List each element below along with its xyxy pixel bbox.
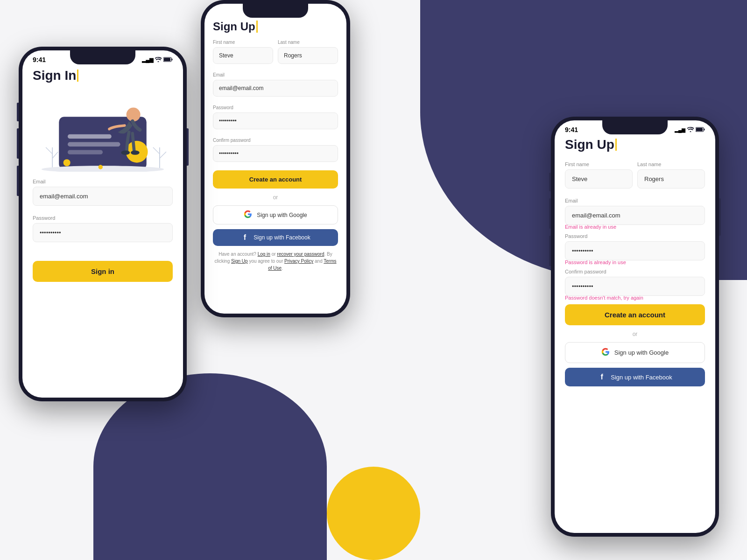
svg-point-17 [131, 150, 140, 154]
svg-rect-21 [704, 128, 705, 130]
confirm-password-input-2[interactable] [213, 145, 338, 162]
google-signup-button-3[interactable]: Sign up with Google [565, 342, 705, 363]
svg-rect-22 [696, 128, 703, 131]
login-link[interactable]: Log in [258, 252, 270, 257]
confirm-password-group-3: Confirm password Password doesn't match,… [565, 269, 705, 301]
password-input-3[interactable] [565, 241, 705, 260]
signal-icon: ▂▄▆ [142, 57, 153, 63]
email-group-2: Email [213, 72, 338, 101]
svg-point-15 [127, 108, 141, 122]
facebook-signup-button-2[interactable]: f Sign up with Facebook [213, 229, 338, 246]
phone-btn-vol-down [17, 166, 19, 196]
phone3-btn-vol-up [549, 198, 551, 229]
password-group: Password [33, 215, 173, 248]
email-input-3[interactable] [565, 206, 705, 225]
recover-link[interactable]: recover your password [277, 252, 324, 257]
phone-signup-middle: Sign Up First name Last name Email [201, 0, 350, 317]
confirm-password-group-2: Confirm password [213, 138, 338, 167]
confirm-password-label-2: Confirm password [213, 138, 338, 143]
privacy-link[interactable]: Privacy Policy [284, 259, 313, 264]
svg-point-18 [63, 159, 70, 166]
confirm-password-input-3[interactable] [565, 277, 705, 296]
last-name-label-3: Last name [637, 161, 705, 167]
status-icons-3: ▂▄▆ [675, 127, 705, 133]
phone-notch [70, 50, 135, 64]
password-input-2[interactable] [213, 112, 338, 129]
svg-rect-5 [68, 142, 120, 147]
last-name-label-2: Last name [278, 40, 338, 45]
confirm-password-label-3: Confirm password [565, 269, 705, 274]
svg-point-16 [121, 150, 130, 154]
facebook-icon-3: f [598, 373, 606, 381]
create-account-button-3[interactable]: Create an account [565, 304, 705, 325]
svg-line-10 [52, 152, 58, 158]
phone-btn-power [187, 128, 189, 166]
svg-rect-2 [164, 58, 170, 61]
facebook-icon-2: f [240, 233, 249, 242]
email-group-3: Email Email is already in use [565, 198, 705, 230]
status-icons: ▂▄▆ [142, 57, 173, 63]
phone-signin: 9:41 ▂▄▆ Sign In [19, 47, 187, 401]
signup-title-3: Sign Up [565, 137, 705, 152]
email-label-2: Email [213, 72, 338, 77]
signin-button[interactable]: Sign in [33, 261, 173, 282]
first-name-input-3[interactable] [565, 169, 633, 189]
facebook-btn-label-2: Sign up with Facebook [254, 234, 310, 241]
facebook-btn-label-3: Sign up with Facebook [611, 374, 672, 381]
google-icon-3 [601, 348, 610, 357]
status-time: 9:41 [33, 56, 46, 63]
google-btn-label-3: Sign up with Google [614, 349, 669, 356]
password-label-3: Password [565, 233, 705, 239]
first-name-label-3: First name [565, 161, 633, 167]
email-label: Email [33, 179, 173, 184]
phone3-btn-power [719, 198, 721, 236]
svg-line-12 [153, 147, 160, 154]
first-name-group-2: First name [213, 40, 273, 69]
svg-rect-4 [68, 134, 112, 139]
email-group: Email [33, 179, 173, 211]
email-input[interactable] [33, 187, 173, 206]
svg-point-19 [99, 165, 103, 169]
wifi-icon [155, 57, 162, 63]
password-group-2: Password [213, 105, 338, 134]
status-time-3: 9:41 [565, 126, 578, 133]
bg-blob-bottom-left [93, 373, 327, 560]
bg-blob-bottom-right [327, 467, 420, 560]
google-btn-label-2: Sign up with Google [257, 212, 307, 218]
signin-illustration [33, 92, 173, 172]
last-name-input-3[interactable] [637, 169, 705, 189]
phone3-btn-vol-down [549, 236, 551, 266]
last-name-group-2: Last name [278, 40, 338, 69]
battery-icon-3 [696, 127, 705, 133]
signin-title: Sign In [33, 68, 173, 83]
password-input[interactable] [33, 223, 173, 242]
last-name-input-2[interactable] [278, 47, 338, 64]
battery-icon [163, 57, 173, 63]
first-name-group-3: First name [565, 161, 633, 194]
phone-btn-mute [17, 103, 19, 121]
signup-link[interactable]: Sign Up [231, 259, 248, 264]
facebook-signup-button-3[interactable]: f Sign up with Facebook [565, 368, 705, 386]
phone3-btn-mute [549, 173, 551, 191]
terms-text-2: Have an account? Log in or recover your … [213, 251, 338, 272]
svg-rect-1 [172, 58, 173, 60]
first-name-label-2: First name [213, 40, 273, 45]
password-group-3: Password Password is already in use [565, 233, 705, 265]
svg-line-9 [46, 147, 52, 154]
svg-line-13 [160, 152, 166, 158]
google-signup-button-2[interactable]: Sign up with Google [213, 205, 338, 224]
email-input-2[interactable] [213, 80, 338, 97]
wifi-icon-3 [687, 127, 694, 133]
svg-rect-6 [68, 150, 103, 154]
last-name-group-3: Last name [637, 161, 705, 194]
phone-btn-vol-up [17, 128, 19, 159]
phone-signup-errors: 9:41 ▂▄▆ Sign Up First name [551, 117, 719, 537]
first-name-input-2[interactable] [213, 47, 273, 64]
or-divider-2: or [213, 194, 338, 201]
email-label-3: Email [565, 198, 705, 203]
google-icon-2 [244, 210, 252, 220]
password-label: Password [33, 215, 173, 221]
or-divider-3: or [565, 331, 705, 337]
phone-notch-2 [243, 4, 308, 18]
create-account-button-2[interactable]: Create an account [213, 170, 338, 189]
